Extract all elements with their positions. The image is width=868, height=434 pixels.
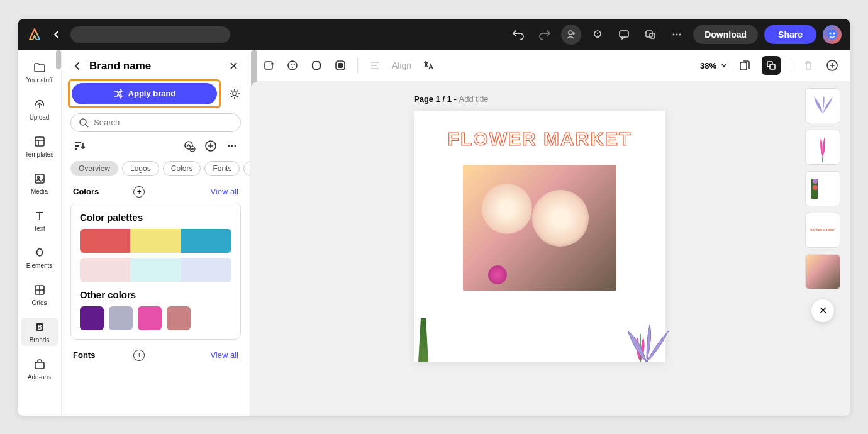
rail-upload[interactable]: Upload — [21, 95, 58, 123]
rail-templates[interactable]: Templates — [21, 132, 58, 160]
layer-thumb[interactable] — [805, 254, 840, 289]
app-window: Download Share Your stuff Upload Templat… — [18, 19, 850, 416]
svg-point-39 — [813, 179, 818, 184]
canvas-area[interactable]: Page 1 / 1 - Add title FLOWER MARKET — [250, 82, 850, 416]
rail-addons[interactable]: Add-ons — [21, 355, 58, 383]
fonts-view-all-link[interactable]: View all — [210, 350, 238, 360]
add-image-icon[interactable] — [182, 138, 197, 153]
layers-icon[interactable] — [762, 56, 781, 75]
colors-add-icon[interactable]: + — [133, 186, 145, 198]
redo-icon[interactable] — [535, 25, 555, 45]
zoom-control[interactable]: 38% — [700, 61, 728, 70]
layer-thumb[interactable] — [805, 130, 840, 165]
svg-point-27 — [288, 61, 297, 70]
rail-media[interactable]: Media — [21, 169, 58, 198]
chip-fonts[interactable]: Fonts — [204, 161, 240, 176]
purple-flower-graphic[interactable] — [615, 318, 684, 375]
chip-overview[interactable]: Overview — [70, 161, 118, 176]
comment-icon[interactable] — [614, 25, 634, 45]
svg-point-13 — [37, 176, 39, 178]
lightbulb-icon[interactable] — [587, 25, 608, 45]
top-search-pill[interactable] — [70, 26, 230, 43]
svg-point-18 — [233, 92, 236, 96]
panel-title: Brand name — [89, 60, 221, 72]
lilac-graphic[interactable] — [411, 318, 436, 362]
rail-text[interactable]: Text — [21, 206, 58, 235]
panel-back-icon[interactable] — [73, 62, 82, 70]
color-swatch[interactable] — [109, 306, 133, 330]
palette-swatch[interactable] — [181, 229, 231, 253]
chevron-down-icon — [720, 62, 728, 69]
svg-point-23 — [228, 145, 230, 147]
svg-rect-2 — [620, 31, 628, 37]
present-icon[interactable] — [640, 25, 660, 45]
svg-rect-3 — [646, 31, 652, 37]
panel-search-input[interactable] — [94, 118, 233, 127]
canvas-shell: Align 38% Page 1 / 1 - Add title FLOWER … — [250, 50, 850, 416]
user-avatar[interactable] — [823, 25, 842, 44]
rail-scrollbar[interactable] — [56, 50, 61, 69]
thumbs-close-icon[interactable]: ✕ — [811, 299, 834, 322]
layer-thumbnails: FLOWER MARKET ✕ — [805, 88, 840, 326]
rail-your-stuff[interactable]: Your stuff — [21, 58, 58, 86]
add-circle-icon[interactable] — [203, 138, 218, 153]
layer-thumb[interactable] — [805, 171, 840, 206]
effects-icon[interactable] — [286, 58, 299, 72]
delete-icon[interactable] — [801, 58, 815, 72]
shape-fill-icon[interactable] — [333, 58, 347, 72]
share-button[interactable]: Share — [764, 25, 816, 44]
chip-logos[interactable]: Logos — [122, 161, 159, 176]
panel-close-icon[interactable]: ✕ — [229, 59, 238, 73]
color-swatch[interactable] — [138, 306, 162, 330]
add-page-icon[interactable] — [825, 58, 839, 72]
color-swatch[interactable] — [167, 306, 191, 330]
palette-swatch[interactable] — [80, 258, 130, 282]
panel-more-icon[interactable] — [225, 138, 240, 153]
chip-colors[interactable]: Colors — [163, 161, 201, 176]
pages-icon[interactable] — [738, 58, 752, 72]
shape-outline-icon[interactable] — [309, 58, 323, 72]
svg-point-25 — [235, 145, 236, 147]
search-icon — [79, 118, 89, 128]
svg-point-0 — [569, 31, 572, 35]
svg-rect-31 — [313, 62, 320, 69]
rail-elements[interactable]: Elements — [21, 243, 58, 272]
palette-row-1[interactable] — [80, 229, 231, 253]
palette-row-2[interactable] — [80, 258, 231, 282]
fonts-add-icon[interactable]: + — [133, 350, 145, 361]
svg-point-28 — [291, 64, 292, 65]
back-button[interactable] — [49, 27, 64, 42]
crop-icon[interactable] — [262, 58, 275, 72]
brand-panel: Brand name ✕ Apply brand — [62, 50, 250, 416]
undo-icon[interactable] — [508, 25, 528, 45]
color-swatch[interactable] — [80, 306, 104, 330]
panel-search-field[interactable] — [70, 113, 241, 132]
svg-rect-26 — [265, 62, 272, 69]
download-button[interactable]: Download — [693, 25, 758, 44]
chip-more[interactable]: T — [243, 161, 250, 176]
layer-thumb[interactable] — [805, 88, 840, 123]
svg-point-5 — [673, 33, 675, 35]
artboard-image[interactable] — [463, 165, 616, 291]
palette-swatch[interactable] — [130, 258, 181, 282]
svg-point-24 — [231, 145, 233, 147]
sort-icon[interactable] — [72, 138, 87, 153]
artboard-title[interactable]: FLOWER MARKET — [414, 128, 665, 150]
add-person-icon[interactable] — [561, 25, 581, 45]
palette-swatch[interactable] — [80, 229, 130, 253]
artboard[interactable]: FLOWER MARKET — [414, 111, 665, 362]
page-label[interactable]: Page 1 / 1 - Add title — [414, 94, 489, 104]
rail-grids[interactable]: Grids — [21, 281, 58, 309]
top-bar: Download Share — [18, 19, 850, 50]
apply-brand-button[interactable]: Apply brand — [72, 83, 217, 104]
palette-swatch[interactable] — [181, 258, 231, 282]
palette-swatch[interactable] — [130, 229, 181, 253]
more-icon[interactable] — [667, 25, 687, 45]
rail-brands[interactable]: BBrands — [21, 318, 58, 346]
app-logo[interactable] — [26, 26, 43, 43]
colors-view-all-link[interactable]: View all — [210, 187, 238, 196]
brand-settings-icon[interactable] — [226, 85, 243, 103]
translate-icon[interactable] — [421, 58, 435, 72]
layer-thumb[interactable]: FLOWER MARKET — [805, 213, 840, 248]
svg-rect-17 — [35, 362, 44, 369]
